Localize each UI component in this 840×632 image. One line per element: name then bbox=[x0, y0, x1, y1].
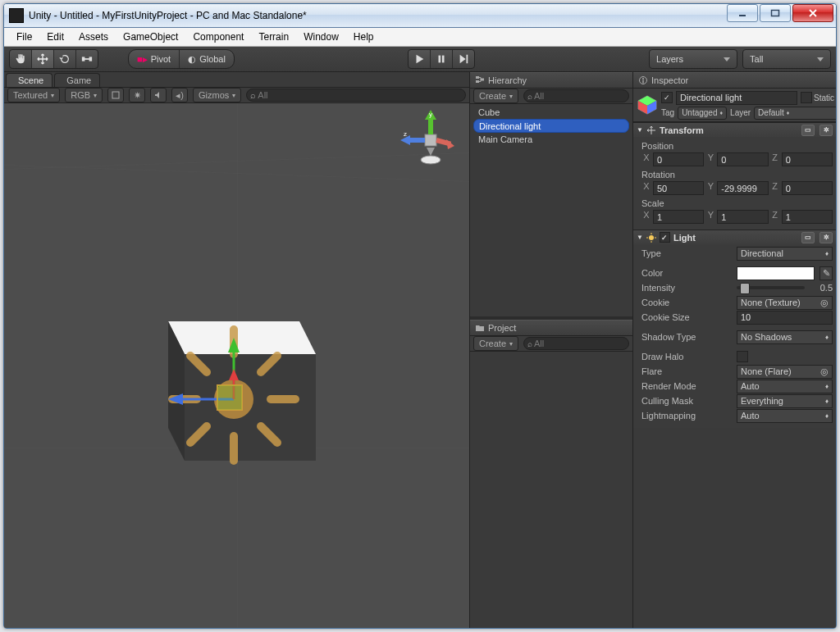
gizmos-dropdown[interactable]: Gizmos▾ bbox=[193, 88, 241, 102]
light-help-icon[interactable]: ▭ bbox=[801, 232, 815, 243]
transform-settings-icon[interactable]: ✲ bbox=[819, 125, 833, 136]
scene-column: Scene Game Textured▾ RGB▾ ✷ ◂) Gizmos▾ ⌕… bbox=[4, 72, 470, 628]
render-mode-dropdown[interactable]: RGB▾ bbox=[65, 88, 103, 102]
light-flare-label: Flare bbox=[641, 366, 733, 376]
layer-dropdown[interactable]: Default♦ bbox=[754, 107, 836, 120]
inspector-column: Inspector ✓ bbox=[633, 72, 836, 628]
svg-marker-21 bbox=[168, 321, 316, 354]
static-checkbox[interactable] bbox=[801, 92, 812, 103]
fx-toggle[interactable]: ◂) bbox=[171, 88, 188, 102]
svg-rect-43 bbox=[481, 79, 484, 81]
transform-header[interactable]: ▼ Transform ▭ ✲ bbox=[633, 123, 836, 137]
position-z[interactable] bbox=[782, 152, 833, 166]
layers-dropdown[interactable]: Layers bbox=[649, 49, 737, 69]
tab-game[interactable]: Game bbox=[54, 73, 100, 87]
close-button[interactable] bbox=[792, 4, 833, 22]
light-shadow-dropdown[interactable]: No Shadows♦ bbox=[737, 330, 833, 344]
layout-dropdown[interactable]: Tall bbox=[742, 49, 831, 69]
workspace: Scene Game Textured▾ RGB▾ ✷ ◂) Gizmos▾ ⌕… bbox=[4, 72, 836, 628]
inspector-panel-title[interactable]: Inspector bbox=[633, 72, 836, 89]
object-active-checkbox[interactable]: ✓ bbox=[661, 92, 673, 103]
lighting-toggle[interactable]: ✷ bbox=[129, 88, 145, 102]
light-enabled-checkbox[interactable]: ✓ bbox=[660, 232, 670, 243]
pause-button[interactable] bbox=[431, 50, 453, 68]
menu-file[interactable]: File bbox=[9, 29, 39, 45]
project-panel-title[interactable]: Project bbox=[470, 320, 632, 336]
light-type-dropdown[interactable]: Directional♦ bbox=[737, 247, 833, 261]
light-type-label: Type bbox=[641, 248, 733, 258]
step-button[interactable] bbox=[453, 50, 474, 68]
tab-scene[interactable]: Scene bbox=[6, 73, 52, 87]
svg-rect-12 bbox=[428, 118, 433, 134]
project-toolbar: Create▾ ⌕All bbox=[470, 336, 632, 352]
light-shadow-label: Shadow Type bbox=[641, 332, 733, 342]
hand-tool-button[interactable] bbox=[10, 50, 32, 68]
minimize-button[interactable] bbox=[727, 4, 758, 22]
light-header[interactable]: ▼ ✓ Light ▭ ✲ bbox=[633, 230, 836, 244]
position-y[interactable] bbox=[717, 152, 768, 166]
scale-y[interactable] bbox=[717, 210, 768, 224]
svg-text:z: z bbox=[404, 130, 407, 138]
menu-gameobject[interactable]: GameObject bbox=[116, 29, 185, 45]
hierarchy-item-cube[interactable]: Cube bbox=[470, 106, 632, 119]
object-header: ✓ Static ▾ Tag Untagged♦ bbox=[633, 89, 836, 122]
scene-viewport[interactable]: y z bbox=[4, 103, 469, 628]
maximize-button[interactable] bbox=[760, 4, 791, 22]
project-create-dropdown[interactable]: Create▾ bbox=[473, 336, 518, 351]
position-x[interactable] bbox=[653, 152, 704, 166]
menu-window[interactable]: Window bbox=[296, 29, 346, 45]
light-cookie-size-field[interactable] bbox=[737, 311, 833, 325]
rotation-x[interactable] bbox=[653, 181, 704, 195]
window-title: Unity - Untitled - MyFirstUnityProject -… bbox=[29, 10, 725, 21]
rotate-tool-button[interactable] bbox=[54, 50, 76, 68]
tag-dropdown[interactable]: Untagged♦ bbox=[678, 107, 727, 120]
hierarchy-panel-title[interactable]: Hierarchy bbox=[470, 72, 632, 89]
global-button[interactable]: ◐Global bbox=[180, 50, 234, 68]
menu-terrain[interactable]: Terrain bbox=[251, 29, 296, 45]
shade-mode-dropdown[interactable]: Textured▾ bbox=[7, 88, 60, 102]
rotation-y[interactable] bbox=[717, 181, 768, 195]
light-cookie-size-label: Cookie Size bbox=[641, 312, 733, 322]
hierarchy-item-directional-light[interactable]: Directional light bbox=[473, 119, 629, 133]
rotation-z[interactable] bbox=[782, 181, 833, 195]
svg-rect-1 bbox=[772, 11, 779, 16]
hierarchy-item-main-camera[interactable]: Main Camera bbox=[470, 133, 632, 146]
pivot-button[interactable]: ■▸Pivot bbox=[129, 50, 180, 68]
object-name-field[interactable] bbox=[676, 91, 797, 105]
light-lightmapping-dropdown[interactable]: Auto♦ bbox=[737, 409, 833, 423]
light-intensity-slider[interactable] bbox=[737, 286, 805, 289]
light-culling-dropdown[interactable]: Everything♦ bbox=[737, 394, 833, 408]
light-lightmapping-label: Lightmapping bbox=[641, 411, 733, 421]
light-rendermode-dropdown[interactable]: Auto♦ bbox=[737, 380, 833, 393]
orientation-gizmo[interactable]: y z bbox=[400, 108, 461, 169]
light-culling-label: Culling Mask bbox=[641, 396, 733, 406]
scale-tool-button[interactable] bbox=[76, 50, 98, 68]
hierarchy-search[interactable]: ⌕All bbox=[523, 89, 629, 102]
project-list bbox=[470, 352, 632, 628]
project-search[interactable]: ⌕All bbox=[523, 337, 629, 350]
light-settings-icon[interactable]: ✲ bbox=[819, 232, 833, 243]
light-color-field[interactable] bbox=[737, 266, 815, 280]
audio-toggle[interactable] bbox=[150, 88, 167, 102]
light-halo-checkbox[interactable] bbox=[737, 351, 748, 362]
svg-rect-4 bbox=[89, 57, 93, 61]
menu-component[interactable]: Component bbox=[185, 29, 251, 45]
scale-z[interactable] bbox=[782, 210, 833, 224]
light-rendermode-label: Render Mode bbox=[641, 381, 733, 391]
hierarchy-create-dropdown[interactable]: Create▾ bbox=[473, 89, 518, 103]
move-tool-button[interactable] bbox=[32, 50, 54, 68]
light-flare-field[interactable]: None (Flare)◎ bbox=[737, 365, 833, 379]
scale-x[interactable] bbox=[653, 210, 704, 224]
menu-assets[interactable]: Assets bbox=[71, 29, 116, 45]
2d-toggle[interactable] bbox=[107, 88, 124, 102]
svg-marker-16 bbox=[446, 139, 454, 149]
svg-rect-11 bbox=[425, 134, 436, 146]
menu-edit[interactable]: Edit bbox=[39, 29, 71, 45]
svg-rect-46 bbox=[642, 80, 643, 84]
play-button[interactable] bbox=[409, 50, 431, 68]
light-cookie-field[interactable]: None (Texture)◎ bbox=[737, 296, 833, 310]
menu-help[interactable]: Help bbox=[346, 29, 381, 45]
scene-search[interactable]: ⌕All bbox=[246, 89, 466, 102]
eyedropper-icon[interactable]: ✎ bbox=[819, 266, 833, 280]
transform-help-icon[interactable]: ▭ bbox=[801, 125, 815, 136]
